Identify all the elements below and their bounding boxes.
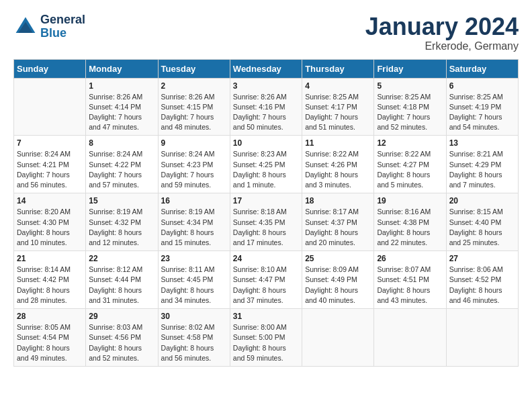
- header-tuesday: Tuesday: [158, 59, 230, 78]
- calendar-header-row: SundayMondayTuesdayWednesdayThursdayFrid…: [14, 59, 519, 78]
- calendar-subtitle: Erkerode, Germany: [365, 40, 519, 52]
- day-cell: 22Sunrise: 8:12 AMSunset: 4:44 PMDayligh…: [86, 251, 158, 309]
- day-info: Sunrise: 8:05 AMSunset: 4:54 PMDaylight:…: [17, 322, 83, 363]
- day-cell: [14, 78, 86, 136]
- day-number: 4: [305, 81, 371, 91]
- day-info: Sunrise: 8:07 AMSunset: 4:51 PMDaylight:…: [377, 265, 443, 306]
- day-cell: 17Sunrise: 8:18 AMSunset: 4:35 PMDayligh…: [230, 193, 302, 251]
- day-info: Sunrise: 8:06 AMSunset: 4:52 PMDaylight:…: [449, 265, 515, 306]
- day-info: Sunrise: 8:03 AMSunset: 4:56 PMDaylight:…: [89, 322, 154, 363]
- day-cell: 28Sunrise: 8:05 AMSunset: 4:54 PMDayligh…: [14, 309, 86, 367]
- day-number: 24: [233, 254, 299, 263]
- day-cell: 18Sunrise: 8:17 AMSunset: 4:37 PMDayligh…: [302, 193, 374, 251]
- day-number: 16: [161, 196, 227, 205]
- day-cell: 12Sunrise: 8:22 AMSunset: 4:27 PMDayligh…: [374, 136, 446, 193]
- day-info: Sunrise: 8:12 AMSunset: 4:44 PMDaylight:…: [89, 265, 154, 306]
- day-cell: 4Sunrise: 8:25 AMSunset: 4:17 PMDaylight…: [302, 78, 374, 136]
- header-sunday: Sunday: [14, 59, 86, 78]
- day-number: 15: [89, 196, 154, 205]
- day-info: Sunrise: 8:16 AMSunset: 4:38 PMDaylight:…: [377, 207, 443, 248]
- week-row-3: 14Sunrise: 8:20 AMSunset: 4:30 PMDayligh…: [14, 193, 519, 251]
- day-info: Sunrise: 8:26 AMSunset: 4:14 PMDaylight:…: [89, 92, 154, 133]
- day-number: 23: [161, 254, 227, 263]
- week-row-1: 1Sunrise: 8:26 AMSunset: 4:14 PMDaylight…: [14, 78, 519, 136]
- day-number: 21: [17, 254, 83, 263]
- day-number: 5: [377, 81, 443, 91]
- day-info: Sunrise: 8:19 AMSunset: 4:34 PMDaylight:…: [161, 207, 227, 248]
- day-cell: 10Sunrise: 8:23 AMSunset: 4:25 PMDayligh…: [230, 136, 302, 193]
- logo-blue: Blue: [40, 27, 85, 40]
- day-cell: 15Sunrise: 8:19 AMSunset: 4:32 PMDayligh…: [86, 193, 158, 251]
- header-saturday: Saturday: [446, 59, 518, 78]
- calendar-title: January 2024: [365, 13, 519, 40]
- day-cell: 7Sunrise: 8:24 AMSunset: 4:21 PMDaylight…: [14, 136, 86, 193]
- week-row-2: 7Sunrise: 8:24 AMSunset: 4:21 PMDaylight…: [14, 136, 519, 193]
- day-number: 6: [449, 81, 515, 91]
- day-cell: 30Sunrise: 8:02 AMSunset: 4:58 PMDayligh…: [158, 309, 230, 367]
- day-cell: 5Sunrise: 8:25 AMSunset: 4:18 PMDaylight…: [374, 78, 446, 136]
- day-number: 10: [233, 138, 299, 148]
- header-wednesday: Wednesday: [230, 59, 302, 78]
- day-cell: 24Sunrise: 8:10 AMSunset: 4:47 PMDayligh…: [230, 251, 302, 309]
- day-cell: 20Sunrise: 8:15 AMSunset: 4:40 PMDayligh…: [446, 193, 518, 251]
- header-thursday: Thursday: [302, 59, 374, 78]
- day-info: Sunrise: 8:02 AMSunset: 4:58 PMDaylight:…: [161, 322, 227, 363]
- day-cell: 3Sunrise: 8:26 AMSunset: 4:16 PMDaylight…: [230, 78, 302, 136]
- week-row-5: 28Sunrise: 8:05 AMSunset: 4:54 PMDayligh…: [14, 309, 519, 367]
- day-info: Sunrise: 8:11 AMSunset: 4:45 PMDaylight:…: [161, 265, 227, 306]
- day-number: 27: [449, 254, 515, 263]
- day-info: Sunrise: 8:19 AMSunset: 4:32 PMDaylight:…: [89, 207, 154, 248]
- header-friday: Friday: [374, 59, 446, 78]
- day-cell: 1Sunrise: 8:26 AMSunset: 4:14 PMDaylight…: [86, 78, 158, 136]
- day-cell: 2Sunrise: 8:26 AMSunset: 4:15 PMDaylight…: [158, 78, 230, 136]
- day-info: Sunrise: 8:25 AMSunset: 4:19 PMDaylight:…: [449, 92, 515, 133]
- day-info: Sunrise: 8:14 AMSunset: 4:42 PMDaylight:…: [17, 265, 83, 306]
- day-number: 29: [89, 312, 154, 321]
- day-info: Sunrise: 8:10 AMSunset: 4:47 PMDaylight:…: [233, 265, 299, 306]
- day-number: 26: [377, 254, 443, 263]
- logo-icon: [13, 15, 38, 39]
- day-number: 20: [449, 196, 515, 205]
- day-number: 30: [161, 312, 227, 321]
- day-cell: 19Sunrise: 8:16 AMSunset: 4:38 PMDayligh…: [374, 193, 446, 251]
- day-info: Sunrise: 8:22 AMSunset: 4:27 PMDaylight:…: [377, 149, 443, 190]
- day-number: 1: [89, 81, 154, 91]
- day-cell: 6Sunrise: 8:25 AMSunset: 4:19 PMDaylight…: [446, 78, 518, 136]
- day-number: 3: [233, 81, 299, 91]
- week-row-4: 21Sunrise: 8:14 AMSunset: 4:42 PMDayligh…: [14, 251, 519, 309]
- day-info: Sunrise: 8:23 AMSunset: 4:25 PMDaylight:…: [233, 149, 299, 190]
- day-cell: 21Sunrise: 8:14 AMSunset: 4:42 PMDayligh…: [14, 251, 86, 309]
- day-cell: 11Sunrise: 8:22 AMSunset: 4:26 PMDayligh…: [302, 136, 374, 193]
- day-cell: 25Sunrise: 8:09 AMSunset: 4:49 PMDayligh…: [302, 251, 374, 309]
- day-cell: 8Sunrise: 8:24 AMSunset: 4:22 PMDaylight…: [86, 136, 158, 193]
- day-cell: 29Sunrise: 8:03 AMSunset: 4:56 PMDayligh…: [86, 309, 158, 367]
- calendar-table: SundayMondayTuesdayWednesdayThursdayFrid…: [13, 59, 519, 367]
- day-cell: [302, 309, 374, 367]
- day-info: Sunrise: 8:20 AMSunset: 4:30 PMDaylight:…: [17, 207, 83, 248]
- day-info: Sunrise: 8:25 AMSunset: 4:17 PMDaylight:…: [305, 92, 371, 133]
- day-cell: 13Sunrise: 8:21 AMSunset: 4:29 PMDayligh…: [446, 136, 518, 193]
- day-number: 9: [161, 138, 227, 148]
- day-number: 25: [305, 254, 371, 263]
- day-info: Sunrise: 8:26 AMSunset: 4:15 PMDaylight:…: [161, 92, 227, 133]
- day-info: Sunrise: 8:17 AMSunset: 4:37 PMDaylight:…: [305, 207, 371, 248]
- day-number: 8: [89, 138, 154, 148]
- day-info: Sunrise: 8:21 AMSunset: 4:29 PMDaylight:…: [449, 149, 515, 190]
- day-number: 18: [305, 196, 371, 205]
- day-info: Sunrise: 8:15 AMSunset: 4:40 PMDaylight:…: [449, 207, 515, 248]
- day-info: Sunrise: 8:18 AMSunset: 4:35 PMDaylight:…: [233, 207, 299, 248]
- logo: General Blue: [13, 13, 85, 40]
- day-cell: 26Sunrise: 8:07 AMSunset: 4:51 PMDayligh…: [374, 251, 446, 309]
- day-info: Sunrise: 8:24 AMSunset: 4:22 PMDaylight:…: [89, 149, 154, 190]
- day-number: 17: [233, 196, 299, 205]
- logo-general: General: [40, 13, 85, 27]
- page-header: General Blue January 2024 Erkerode, Germ…: [13, 13, 519, 52]
- day-number: 19: [377, 196, 443, 205]
- day-info: Sunrise: 8:25 AMSunset: 4:18 PMDaylight:…: [377, 92, 443, 133]
- day-number: 22: [89, 254, 154, 263]
- day-info: Sunrise: 8:24 AMSunset: 4:23 PMDaylight:…: [161, 149, 227, 190]
- day-info: Sunrise: 8:26 AMSunset: 4:16 PMDaylight:…: [233, 92, 299, 133]
- header-monday: Monday: [86, 59, 158, 78]
- day-info: Sunrise: 8:00 AMSunset: 5:00 PMDaylight:…: [233, 322, 299, 363]
- day-cell: 31Sunrise: 8:00 AMSunset: 5:00 PMDayligh…: [230, 309, 302, 367]
